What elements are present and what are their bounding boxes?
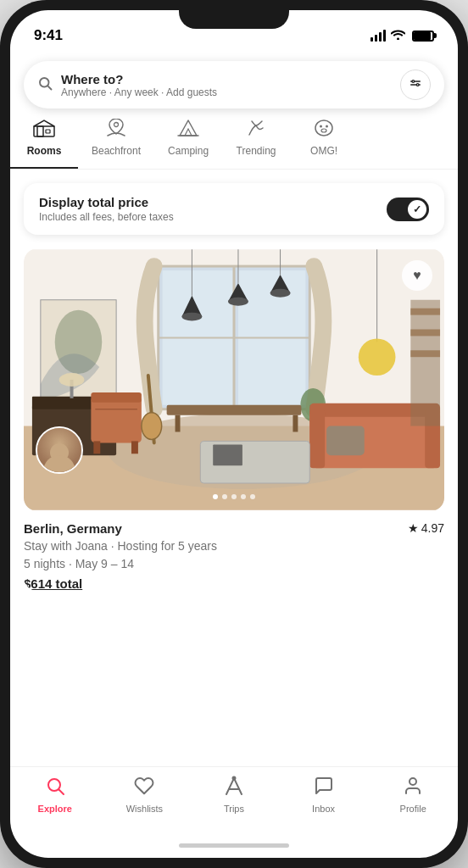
battery-icon	[412, 31, 434, 42]
svg-rect-43	[176, 415, 181, 432]
listing-rating: ★ 4.97	[408, 521, 444, 535]
svg-point-5	[416, 84, 419, 86]
svg-rect-45	[91, 397, 142, 443]
category-camping-label: Camping	[168, 145, 209, 157]
dot-5	[250, 494, 255, 499]
explore-icon	[45, 776, 65, 801]
filter-button[interactable]	[400, 70, 431, 100]
category-nav: Rooms Beachfront	[10, 108, 458, 170]
notch	[179, 0, 289, 29]
svg-point-66	[410, 778, 416, 785]
svg-point-33	[270, 289, 291, 298]
status-icons	[370, 29, 434, 42]
host-avatar-image	[37, 428, 81, 472]
svg-line-64	[58, 790, 64, 795]
trending-icon	[245, 119, 267, 141]
price-toggle-card: Display total price Includes all fees, b…	[24, 183, 444, 235]
dot-1	[213, 494, 218, 499]
price-toggle-text: Display total price Includes all fees, b…	[39, 195, 174, 223]
svg-point-39	[59, 373, 85, 387]
svg-rect-42	[167, 405, 302, 415]
category-rooms-label: Rooms	[27, 145, 62, 157]
listing-header: Berlin, Germany ★ 4.97	[24, 521, 444, 536]
category-omg[interactable]: OMG!	[290, 119, 358, 169]
category-omg-label: OMG!	[310, 145, 337, 157]
search-bar[interactable]: Where to? Anywhere · Any week · Add gues…	[24, 61, 444, 108]
svg-rect-7	[37, 126, 43, 136]
price-toggle-title: Display total price	[39, 195, 174, 209]
profile-icon	[403, 776, 423, 801]
price-toggle-switch[interactable]: ✓	[387, 198, 429, 221]
svg-rect-59	[410, 329, 440, 336]
category-beachfront-label: Beachfront	[92, 145, 141, 157]
svg-point-30	[228, 298, 248, 306]
check-icon: ✓	[413, 203, 421, 215]
listing-image-container: ♥	[24, 248, 444, 511]
dot-4	[241, 494, 246, 499]
search-icon	[37, 75, 53, 95]
listing-location: Berlin, Germany	[24, 521, 122, 536]
omg-icon	[313, 119, 335, 141]
nav-trips[interactable]: Trips	[189, 776, 279, 814]
nav-explore[interactable]: Explore	[10, 776, 100, 814]
svg-point-13	[326, 125, 328, 128]
svg-rect-60	[410, 350, 440, 357]
phone-frame: 9:41	[0, 0, 468, 868]
pagination-dots	[213, 494, 255, 499]
signal-bars-icon	[370, 30, 386, 42]
beachfront-icon	[105, 119, 127, 141]
price-amount: $614 total	[24, 576, 82, 591]
category-camping[interactable]: Camping	[154, 119, 222, 169]
svg-point-11	[315, 120, 332, 136]
star-icon: ★	[408, 521, 419, 535]
svg-line-1	[47, 86, 51, 89]
svg-point-4	[412, 81, 415, 83]
nav-wishlists-label: Wishlists	[126, 804, 163, 814]
svg-rect-58	[410, 309, 440, 315]
svg-rect-52	[309, 409, 325, 468]
inbox-icon	[314, 776, 334, 801]
svg-rect-8	[46, 130, 50, 133]
svg-point-35	[359, 338, 396, 376]
camping-icon	[177, 119, 199, 141]
search-title: Where to?	[61, 72, 392, 86]
svg-point-9	[114, 123, 119, 127]
wishlists-icon	[134, 776, 154, 801]
trips-icon	[224, 776, 244, 801]
nav-wishlists[interactable]: Wishlists	[100, 776, 190, 814]
listing-info: Berlin, Germany ★ 4.97 Stay with Joana ·…	[24, 511, 444, 591]
wifi-icon	[391, 29, 405, 42]
nav-profile-label: Profile	[400, 804, 426, 814]
svg-rect-44	[292, 415, 298, 432]
listing-desc-line1: Stay with Joana · Hosting for 5 years	[24, 537, 444, 555]
svg-point-27	[181, 313, 202, 321]
nav-inbox[interactable]: Inbox	[279, 776, 369, 814]
heart-icon: ♥	[413, 268, 421, 283]
host-avatar[interactable]	[36, 426, 83, 474]
home-bar	[179, 843, 289, 848]
svg-rect-48	[131, 441, 138, 453]
category-rooms[interactable]: Rooms	[10, 119, 78, 169]
svg-rect-46	[91, 392, 142, 403]
category-trending-label: Trending	[237, 145, 276, 157]
dot-3	[231, 494, 237, 499]
listing-card[interactable]: ♥	[24, 248, 444, 591]
category-beachfront[interactable]: Beachfront	[78, 119, 154, 169]
svg-point-62	[142, 413, 162, 440]
category-trending[interactable]: Trending	[222, 119, 290, 169]
svg-point-12	[320, 125, 322, 128]
bottom-nav: Explore Wishlists Trips	[10, 766, 458, 832]
svg-rect-56	[213, 444, 242, 465]
status-time: 9:41	[34, 27, 63, 44]
listing-desc-line2: 5 nights · May 9 – 14	[24, 555, 444, 573]
search-subtitle: Anywhere · Any week · Add guests	[61, 86, 392, 98]
nav-trips-label: Trips	[224, 804, 244, 814]
listing-price: $614 total	[24, 576, 444, 591]
home-indicator	[10, 832, 458, 858]
wishlist-button[interactable]: ♥	[402, 260, 432, 291]
listing-image	[24, 248, 444, 511]
nav-profile[interactable]: Profile	[368, 776, 458, 814]
search-text-group: Where to? Anywhere · Any week · Add gues…	[61, 72, 392, 98]
svg-point-65	[232, 777, 235, 780]
main-content: Display total price Includes all fees, b…	[10, 170, 458, 766]
